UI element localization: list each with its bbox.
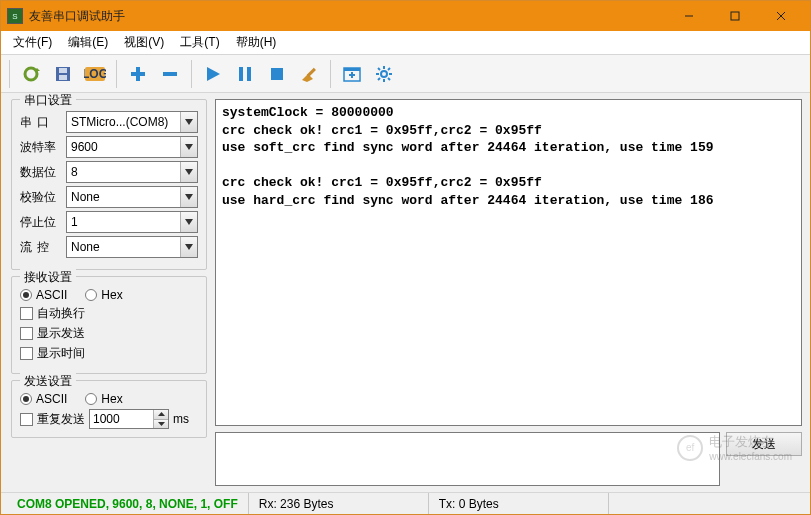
recv-ascii-radio[interactable]: ASCII (20, 288, 67, 302)
plus-icon[interactable] (123, 59, 153, 89)
menu-file[interactable]: 文件(F) (5, 32, 60, 53)
svg-line-30 (388, 78, 390, 80)
svg-rect-1 (731, 12, 739, 20)
chevron-down-icon[interactable] (180, 212, 197, 232)
svg-marker-33 (185, 119, 193, 125)
status-bar: COM8 OPENED, 9600, 8, NONE, 1, OFF Rx: 2… (1, 492, 810, 514)
chevron-down-icon[interactable] (180, 187, 197, 207)
interval-input[interactable]: 1000 (89, 409, 169, 429)
flow-select[interactable]: None (66, 236, 198, 258)
maximize-button[interactable] (712, 1, 758, 31)
svg-marker-14 (207, 67, 220, 81)
minimize-button[interactable] (666, 1, 712, 31)
send-legend: 发送设置 (20, 373, 76, 390)
showsend-checkbox[interactable]: 显示发送 (20, 325, 85, 342)
send-hex-radio[interactable]: Hex (85, 392, 122, 406)
content-area: 串口设置 串 口 STMicro...(COM8) 波特率 9600 (1, 93, 810, 492)
serial-settings-group: 串口设置 串 口 STMicro...(COM8) 波特率 9600 (11, 99, 207, 270)
parity-select[interactable]: None (66, 186, 198, 208)
svg-text:LOG: LOG (84, 67, 106, 81)
send-ascii-radio[interactable]: ASCII (20, 392, 67, 406)
serial-legend: 串口设置 (20, 93, 76, 109)
showtime-checkbox[interactable]: 显示时间 (20, 345, 85, 362)
right-panel: systemClock = 80000000 crc check ok! crc… (213, 93, 810, 492)
autowrap-checkbox[interactable]: 自动换行 (20, 305, 85, 322)
databits-label: 数据位 (20, 164, 66, 181)
spin-up-icon[interactable] (154, 410, 168, 420)
title-bar: S 友善串口调试助手 (1, 1, 810, 31)
menu-edit[interactable]: 编辑(E) (60, 32, 116, 53)
unit-label: ms (173, 412, 189, 426)
port-label: 串 口 (20, 114, 66, 131)
recv-hex-radio[interactable]: Hex (85, 288, 122, 302)
parity-label: 校验位 (20, 189, 66, 206)
app-window: S 友善串口调试助手 文件(F) 编辑(E) 视图(V) 工具(T) 帮助(H)… (0, 0, 811, 515)
svg-rect-15 (239, 67, 243, 81)
new-window-icon[interactable] (337, 59, 367, 89)
baud-label: 波特率 (20, 139, 66, 156)
spin-down-icon[interactable] (154, 420, 168, 429)
log-icon[interactable]: LOG (80, 59, 110, 89)
svg-line-31 (388, 68, 390, 70)
clear-icon[interactable] (294, 59, 324, 89)
svg-point-24 (381, 71, 387, 77)
svg-marker-35 (185, 169, 193, 175)
connection-status: COM8 OPENED, 9600, 8, NONE, 1, OFF (7, 493, 249, 514)
receive-settings-group: 接收设置 ASCII Hex 自动换行 显示发送 显示时间 (11, 276, 207, 374)
send-button[interactable]: 发送 (726, 432, 802, 456)
svg-line-29 (378, 68, 380, 70)
play-icon[interactable] (198, 59, 228, 89)
svg-marker-37 (185, 219, 193, 225)
chevron-down-icon[interactable] (180, 112, 197, 132)
svg-rect-19 (307, 67, 316, 76)
chevron-down-icon[interactable] (180, 162, 197, 182)
minus-icon[interactable] (155, 59, 185, 89)
svg-marker-40 (158, 422, 165, 426)
left-panel: 串口设置 串 口 STMicro...(COM8) 波特率 9600 (1, 93, 213, 492)
databits-select[interactable]: 8 (66, 161, 198, 183)
svg-marker-34 (185, 144, 193, 150)
pause-icon[interactable] (230, 59, 260, 89)
stopbits-label: 停止位 (20, 214, 66, 231)
menu-help[interactable]: 帮助(H) (228, 32, 285, 53)
receive-output[interactable]: systemClock = 80000000 crc check ok! crc… (215, 99, 802, 426)
send-settings-group: 发送设置 ASCII Hex 重复发送 1000 ms (11, 380, 207, 438)
stopbits-select[interactable]: 1 (66, 211, 198, 233)
svg-rect-7 (59, 68, 67, 73)
save-icon[interactable] (48, 59, 78, 89)
svg-marker-39 (158, 412, 165, 416)
chevron-down-icon[interactable] (180, 237, 197, 257)
refresh-icon[interactable] (16, 59, 46, 89)
chevron-down-icon[interactable] (180, 137, 197, 157)
stop-icon[interactable] (262, 59, 292, 89)
send-input[interactable] (215, 432, 720, 486)
port-select[interactable]: STMicro...(COM8) (66, 111, 198, 133)
flow-label: 流 控 (20, 239, 66, 256)
svg-marker-36 (185, 194, 193, 200)
app-icon: S (7, 8, 23, 24)
svg-rect-21 (344, 68, 360, 71)
rx-bytes: Rx: 236 Bytes (249, 493, 429, 514)
close-button[interactable] (758, 1, 804, 31)
menu-view[interactable]: 视图(V) (116, 32, 172, 53)
svg-rect-16 (247, 67, 251, 81)
svg-rect-17 (271, 68, 283, 80)
menu-tools[interactable]: 工具(T) (172, 32, 227, 53)
recv-legend: 接收设置 (20, 269, 76, 286)
menu-bar: 文件(F) 编辑(E) 视图(V) 工具(T) 帮助(H) (1, 31, 810, 55)
window-title: 友善串口调试助手 (29, 8, 666, 25)
svg-rect-8 (59, 75, 67, 80)
settings-icon[interactable] (369, 59, 399, 89)
repeat-checkbox[interactable]: 重复发送 (20, 411, 85, 428)
svg-marker-38 (185, 244, 193, 250)
baud-select[interactable]: 9600 (66, 136, 198, 158)
svg-line-32 (378, 78, 380, 80)
tx-bytes: Tx: 0 Bytes (429, 493, 609, 514)
toolbar: LOG (1, 55, 810, 93)
